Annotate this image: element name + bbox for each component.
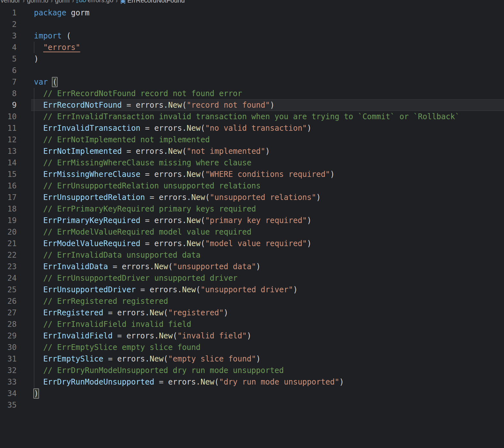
line-number[interactable]: 10 [0,111,31,122]
plain-token: ( [196,285,200,294]
code-line[interactable]: 14 // ErrMissingWhereClause missing wher… [0,157,504,169]
line-content: // ErrPrimaryKeyRequired primary keys re… [31,203,504,215]
code-line[interactable]: 22 // ErrInvalidData unsupported data [0,249,504,261]
code-line[interactable]: 27 ErrRegistered = errors.New("registere… [0,307,504,319]
plain-token [34,43,43,52]
line-number[interactable]: 24 [0,272,31,284]
line-content [31,19,504,30]
code-line[interactable]: 7var ( [0,76,504,88]
function-token: New [168,101,182,110]
line-content: // ErrMissingWhereClause missing where c… [31,157,504,169]
line-number[interactable]: 29 [0,330,31,342]
line-number[interactable]: 33 [0,376,31,388]
code-line[interactable]: 25 ErrUnsupportedDriver = errors.New("un… [0,284,504,295]
code-line[interactable]: 32 // ErrDryRunModeUnsupported dry run m… [0,365,504,376]
indent-guide [34,99,34,111]
code-line[interactable]: 15 ErrMissingWhereClause = errors.New("W… [0,169,504,180]
line-number[interactable]: 25 [0,284,31,295]
line-number[interactable]: 13 [0,145,31,157]
code-line[interactable]: 10 // ErrInvalidTransaction invalid tran… [0,111,504,122]
code-line[interactable]: 30 // ErrEmptySlice empty slice found [0,342,504,353]
code-line[interactable]: 13 ErrNotImplemented = errors.New("not i… [0,145,504,157]
line-number[interactable]: 22 [0,249,31,261]
line-content: ErrInvalidData = errors.New("unsupported… [31,261,504,272]
line-number[interactable]: 30 [0,342,31,353]
line-number[interactable]: 8 [0,88,31,99]
breadcrumb-item-gorm[interactable]: gorm [55,0,70,4]
code-line[interactable]: 28 // ErrInvalidField invalid field [0,319,504,330]
code-line[interactable]: 26 // ErrRegistered registered [0,295,504,307]
breadcrumb-item-gorm-io[interactable]: gorm.io [27,0,48,4]
indent-guide [34,215,34,226]
line-number[interactable]: 18 [0,203,31,215]
line-number[interactable]: 28 [0,319,31,330]
code-line[interactable]: 6 [0,65,504,76]
line-number[interactable]: 19 [0,215,31,226]
code-area[interactable]: 1package gorm23import (4 "errors"5)67var… [0,5,504,411]
line-number[interactable]: 12 [0,134,31,145]
line-number[interactable]: 35 [0,399,31,411]
indent-guide [34,226,34,238]
line-number[interactable]: 11 [0,122,31,134]
line-number[interactable]: 1 [0,7,31,19]
line-number[interactable]: 6 [0,65,31,76]
import-link-token[interactable]: "errors" [43,43,80,52]
line-number[interactable]: 23 [0,261,31,272]
code-line[interactable]: 21 ErrModelValueRequired = errors.New("m… [0,238,504,249]
code-line[interactable]: 8 // ErrRecordNotFound record not found … [0,88,504,99]
line-number[interactable]: 27 [0,307,31,319]
go-file-icon: GO [76,0,86,3]
plain-token [34,297,43,306]
line-number[interactable]: 3 [0,30,31,42]
breadcrumb-item-vendor[interactable]: vendor [1,0,20,4]
line-number[interactable]: 16 [0,180,31,192]
line-number[interactable]: 26 [0,295,31,307]
line-number[interactable]: 9 [0,99,31,111]
line-number[interactable]: 5 [0,53,31,65]
code-line[interactable]: 16 // ErrUnsupportedRelation unsupported… [0,180,504,192]
code-line[interactable]: 12 // ErrNotImplemented not implemented [0,134,504,145]
indent-guide [34,272,34,284]
code-line[interactable]: 35 [0,399,504,411]
code-line[interactable]: 2 [0,19,504,30]
code-line[interactable]: 20 // ErrModelValueRequired model value … [0,226,504,238]
code-line[interactable]: 23 ErrInvalidData = errors.New("unsuppor… [0,261,504,272]
code-line-active[interactable]: 9 ErrRecordNotFound = errors.New("record… [0,99,504,111]
line-number[interactable]: 34 [0,388,31,399]
plain-token: ) [256,262,261,271]
line-number[interactable]: 21 [0,238,31,249]
code-line[interactable]: 34) [0,388,504,399]
code-line[interactable]: 18 // ErrPrimaryKeyRequired primary keys… [0,203,504,215]
indent-guide [34,180,34,192]
line-content: ErrNotImplemented = errors.New("not impl… [31,145,504,157]
breadcrumb-item-errrecordnotfound[interactable]: ErrRecordNotFound [120,0,185,4]
code-line[interactable]: 19 ErrPrimaryKeyRequired = errors.New("p… [0,215,504,226]
code-line[interactable]: 1package gorm [0,7,504,19]
code-line[interactable]: 24 // ErrUnsupportedDriver unsupported d… [0,272,504,284]
line-number[interactable]: 17 [0,192,31,203]
breadcrumb-separator-icon: › [115,0,118,4]
indent-guide [34,295,34,307]
function-token: New [187,124,200,133]
code-line[interactable]: 5) [0,53,504,65]
line-content: ErrUnsupportedRelation = errors.New("uns… [31,192,504,203]
line-number[interactable]: 2 [0,19,31,30]
plain-token: ( [62,31,71,40]
breadcrumb-label: gorm [55,0,70,4]
line-number[interactable]: 32 [0,365,31,376]
line-number[interactable]: 4 [0,42,31,53]
code-line[interactable]: 31 ErrEmptySlice = errors.New("empty sli… [0,353,504,365]
code-line[interactable]: 4 "errors" [0,42,504,53]
code-line[interactable]: 3import ( [0,30,504,42]
line-number[interactable]: 20 [0,226,31,238]
code-line[interactable]: 29 ErrInvalidField = errors.New("invalid… [0,330,504,342]
line-number[interactable]: 15 [0,169,31,180]
code-line[interactable]: 33 ErrDryRunModeUnsupported = errors.New… [0,376,504,388]
plain-token [34,331,43,340]
line-number[interactable]: 7 [0,76,31,88]
line-number[interactable]: 31 [0,353,31,365]
code-line[interactable]: 17 ErrUnsupportedRelation = errors.New("… [0,192,504,203]
breadcrumb-item-errors-go[interactable]: GOerrors.go [76,0,113,4]
code-line[interactable]: 11 ErrInvalidTransaction = errors.New("n… [0,122,504,134]
line-number[interactable]: 14 [0,157,31,169]
